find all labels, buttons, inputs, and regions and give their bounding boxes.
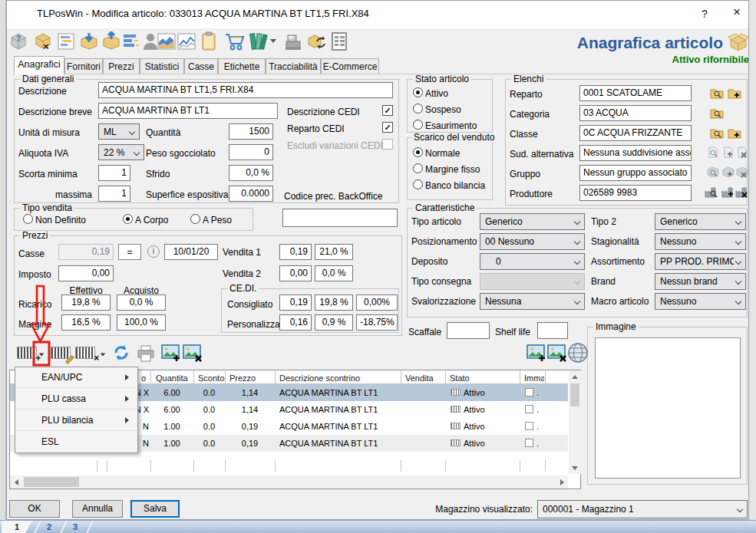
categoria-search-icon[interactable] (710, 107, 724, 119)
produttore-search-icon[interactable] (705, 186, 718, 199)
scroll-left-button[interactable] (10, 475, 22, 489)
codice-backoffice-field[interactable] (282, 209, 398, 227)
info-icon[interactable]: i (147, 245, 160, 258)
col-header-stato[interactable]: Stato (450, 372, 470, 384)
radio-banco-bilancia[interactable] (413, 179, 423, 189)
notes-icon[interactable] (55, 31, 77, 52)
radio-margine-fisso[interactable] (413, 163, 423, 173)
col-header-imma[interactable]: Imma (524, 372, 544, 384)
barcode-delete-menu-icon[interactable] (101, 354, 105, 357)
consigliato-scostamento-field[interactable]: 0,00% (356, 294, 398, 311)
produttore-field[interactable]: 026589 9983 (579, 185, 692, 201)
sud-search-icon[interactable] (707, 146, 721, 159)
superfice-field[interactable]: 0.0000 (229, 186, 273, 202)
image-remove-web-icon[interactable] (547, 344, 567, 365)
ricarico-acquisto-field[interactable]: 0,0 % (117, 294, 166, 311)
salva-button[interactable]: Salva (130, 500, 180, 518)
clipboard-icon[interactable] (198, 31, 220, 52)
refresh-icon[interactable] (112, 344, 130, 364)
shelf-life-field[interactable] (537, 322, 568, 339)
radio-attivo[interactable] (413, 87, 423, 97)
vendita2-pct-field[interactable]: 0,0 % (315, 265, 353, 281)
sfrido-field[interactable]: 0,0 % (229, 165, 273, 181)
sud-add-icon[interactable] (722, 146, 736, 159)
aliquota-iva-select[interactable]: 22 % (98, 144, 144, 160)
tab-casse[interactable]: Casse (184, 58, 218, 74)
image-remove-icon[interactable] (183, 344, 203, 365)
gruppo-search-icon[interactable] (707, 166, 721, 179)
vendita1-field[interactable]: 0,19 (279, 244, 312, 260)
gruppo-add-icon[interactable] (722, 166, 736, 179)
imma-checkbox[interactable] (525, 439, 533, 447)
sheet-tab-2[interactable]: 2 (40, 521, 58, 533)
vendita2-field[interactable]: 0,00 (279, 265, 312, 281)
radio-esaurimento[interactable] (413, 120, 423, 130)
tab-statistici[interactable]: Statistici (140, 58, 184, 74)
menu-item-esl[interactable]: ESL (16, 432, 137, 452)
personalizzato-field[interactable]: 0,16 (279, 314, 312, 331)
vendita1-pct-field[interactable]: 21,0 % (315, 244, 353, 260)
catalog-dropdown-icon[interactable] (270, 39, 276, 43)
data-prezzo-field[interactable]: 10/01/20 (164, 244, 218, 260)
article-sync-icon[interactable] (305, 31, 327, 52)
col-header-quantita[interactable]: Quantita (156, 372, 188, 384)
image-add-icon[interactable] (161, 344, 181, 365)
svalorizzazione-select[interactable]: Nessuna (480, 293, 585, 310)
tab-ecommerce[interactable]: E-Commerce (321, 58, 379, 74)
barcode-add-icon[interactable]: + (17, 347, 37, 359)
tab-anagrafici[interactable]: Anagrafici (14, 56, 64, 74)
equals-button[interactable]: = (118, 244, 141, 260)
col-header-descrizione[interactable]: Descrizione scontrino (279, 372, 360, 384)
scroll-right-button[interactable] (556, 475, 568, 489)
consigliato-pct-field[interactable]: 19,8 % (315, 294, 353, 311)
assortimento-select[interactable]: PP PROD. PRIMO I (655, 253, 746, 270)
personalizzato-scostamento-field[interactable]: -18,75% (356, 314, 398, 331)
print-icon[interactable] (137, 345, 155, 364)
hscroll-thumb[interactable] (24, 477, 79, 487)
document-grid-icon[interactable] (328, 31, 350, 52)
margine-acquisto-field[interactable]: 100,0 % (117, 314, 166, 331)
categoria-field[interactable]: 03 ACQUA (579, 105, 692, 121)
line-chart-icon[interactable] (176, 31, 197, 52)
ok-button[interactable]: OK (9, 500, 60, 518)
goods-out-icon[interactable] (101, 31, 122, 52)
classe-add-icon[interactable] (728, 127, 741, 139)
descrizione-breve-field[interactable]: ACQUA MARTINA BT LT1 (98, 103, 278, 119)
menu-item-ean-upc[interactable]: EAN/UPC (16, 367, 137, 388)
col-header-vendita[interactable]: Vendita (405, 372, 434, 384)
radio-a-peso[interactable] (190, 214, 200, 224)
table-hscrollbar[interactable] (10, 475, 568, 489)
goods-in-icon[interactable] (78, 31, 100, 52)
catalog-books-icon[interactable] (247, 31, 269, 52)
stagionalita-select[interactable]: Nessuno (655, 233, 746, 250)
radio-non-definito[interactable] (23, 214, 33, 224)
area-chart-icon[interactable] (156, 31, 177, 52)
radio-sospeso[interactable] (413, 104, 423, 114)
imma-checkbox[interactable] (525, 405, 533, 413)
reparto-search-icon[interactable] (710, 87, 724, 99)
produttore-remove-icon[interactable] (735, 186, 749, 199)
cash-register-icon[interactable] (282, 31, 304, 52)
tipo2-select[interactable]: Generico (655, 213, 746, 230)
vscroll-thumb[interactable] (570, 383, 579, 406)
produttore-add-icon[interactable] (721, 186, 735, 199)
tab-tracciabilita[interactable]: Tracciabilità (266, 58, 321, 74)
article-info-icon[interactable]: ? (8, 31, 29, 52)
ricarico-effettivo-field[interactable]: 19,8 % (61, 294, 111, 311)
peso-sgocciolato-field[interactable]: 0 (229, 144, 273, 160)
tab-etichette[interactable]: Etichette (218, 58, 266, 74)
radio-normale[interactable] (413, 147, 423, 157)
reparto-cedi-checkbox[interactable]: ✓ (382, 122, 393, 133)
help-button[interactable]: ? (692, 5, 717, 23)
classe-field[interactable]: 0C ACQUA FRIZZANTE (579, 125, 692, 141)
imma-checkbox[interactable] (525, 388, 533, 396)
close-button[interactable]: × (725, 3, 749, 21)
deposito-select[interactable]: 0 (480, 253, 585, 270)
col-header-sconto[interactable]: Sconto (198, 372, 224, 384)
shopping-cart-icon[interactable] (224, 31, 246, 52)
scorta-massima-field[interactable]: 1 (98, 186, 130, 202)
col-header-prezzo[interactable]: Prezzo (229, 372, 256, 384)
barcode-add-menu-icon[interactable] (39, 354, 44, 357)
reparto-add-icon[interactable] (728, 87, 741, 99)
annulla-button[interactable]: Annulla (72, 500, 123, 518)
